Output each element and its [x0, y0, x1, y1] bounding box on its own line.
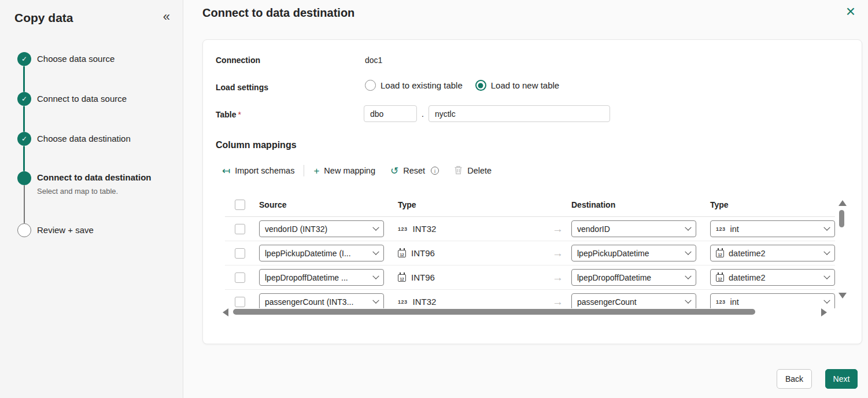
sidebar-step-review-save[interactable]: Review + save	[37, 225, 94, 235]
mapping-row: passengerCount (INT3... INT32 → passenge…	[225, 290, 835, 308]
radio-label: Load to existing table	[381, 80, 463, 90]
sidebar-step-connect-data-source[interactable]: Connect to data source	[37, 94, 127, 104]
chevron-down-icon	[685, 224, 691, 230]
source-type-cell: INT96	[398, 248, 544, 258]
load-existing-table-option[interactable]: Load to existing table	[365, 80, 463, 91]
copy-data-wizard: Copy data « ✓ Choose data source ✓ Conne…	[0, 0, 868, 398]
scroll-left-arrow[interactable]	[223, 308, 228, 316]
scroll-right-arrow[interactable]	[821, 308, 827, 316]
sidebar-step-connect-data-destination[interactable]: Connect to data destination	[37, 172, 152, 182]
reset-label: Reset	[403, 166, 425, 175]
load-settings-radio-group: Load to existing table Load to new table	[365, 80, 559, 91]
sidebar: Copy data « ✓ Choose data source ✓ Conne…	[0, 0, 183, 398]
step-completed-icon: ✓	[17, 132, 31, 146]
scroll-down-arrow[interactable]	[839, 293, 847, 298]
check-icon: ✓	[21, 95, 27, 103]
column-mappings-title: Column mappings	[216, 140, 297, 150]
step-completed-icon: ✓	[17, 92, 31, 106]
datetime-type-icon	[716, 274, 724, 282]
horizontal-scrollbar-thumb[interactable]	[233, 309, 755, 315]
row-checkbox[interactable]	[235, 297, 245, 307]
scroll-up-arrow[interactable]	[839, 200, 847, 206]
plus-icon: +	[313, 166, 319, 176]
import-schemas-label: Import schemas	[235, 166, 294, 175]
destination-column-dropdown[interactable]: lpepDropoffDatetime	[571, 269, 696, 286]
source-column-dropdown[interactable]: vendorID (INT32)	[259, 220, 384, 237]
step-upcoming-icon	[17, 223, 31, 237]
source-type-cell: INT32	[398, 224, 544, 234]
table-name-input[interactable]	[429, 105, 610, 122]
info-icon[interactable]: i	[431, 167, 439, 175]
connection-value: doc1	[365, 56, 382, 65]
page-title: Connect to data destination	[202, 6, 354, 20]
step-description: Select and map to table.	[37, 187, 118, 196]
vertical-scrollbar-thumb[interactable]	[839, 210, 844, 227]
reset-button[interactable]: ↺ Reset i	[390, 166, 439, 176]
sidebar-step-choose-data-source[interactable]: Choose data source	[37, 54, 114, 64]
step-connector	[23, 146, 25, 171]
select-all-checkbox[interactable]	[235, 200, 245, 210]
chevron-down-icon	[685, 248, 691, 255]
destination-type-dropdown[interactable]: int	[710, 220, 835, 237]
chevron-down-icon	[685, 272, 691, 279]
mapping-row: lpepPickupDatetime (I... INT96 → lpepPic…	[225, 241, 835, 266]
close-button[interactable]: ×	[846, 3, 855, 20]
schema-name-input[interactable]	[364, 105, 417, 122]
numeric-type-icon	[398, 299, 408, 305]
radio-label: Load to new table	[491, 80, 559, 90]
row-checkbox[interactable]	[235, 224, 245, 234]
connection-label: Connection	[216, 56, 260, 65]
destination-type-dropdown[interactable]: datetime2	[710, 269, 835, 286]
wizard-footer: Back Next	[777, 369, 858, 389]
destination-column-dropdown[interactable]: passengerCount	[571, 293, 696, 308]
destination-type-column-header: Type	[710, 200, 835, 209]
arrow-right-icon: →	[544, 247, 571, 260]
load-new-table-option[interactable]: Load to new table	[475, 80, 559, 91]
datetime-type-icon	[398, 274, 406, 282]
next-button[interactable]: Next	[825, 369, 858, 389]
row-checkbox[interactable]	[235, 248, 245, 259]
arrow-right-icon: →	[544, 271, 571, 284]
destination-column-dropdown[interactable]: lpepPickupDatetime	[571, 245, 696, 261]
chevron-down-icon	[372, 248, 379, 255]
row-checkbox[interactable]	[235, 272, 245, 283]
radio-selected-icon	[475, 80, 486, 91]
chevron-down-icon	[372, 272, 379, 279]
numeric-type-icon	[716, 226, 726, 232]
destination-column-dropdown[interactable]: vendorID	[571, 220, 696, 237]
source-type-column-header: Type	[398, 200, 544, 209]
chevron-down-icon	[372, 297, 379, 303]
source-column-dropdown[interactable]: lpepPickupDatetime (I...	[259, 245, 384, 261]
destination-type-dropdown[interactable]: datetime2	[710, 245, 835, 261]
main-content: Connect to data destination × Connection…	[184, 0, 868, 398]
table-label: Table*	[216, 110, 241, 119]
table-name-fields: .	[364, 105, 610, 122]
sidebar-step-choose-data-destination[interactable]: Choose data destination	[37, 134, 131, 143]
source-column-dropdown[interactable]: lpepDropoffDatetime ...	[259, 269, 384, 286]
step-connector	[23, 106, 25, 132]
column-mappings-toolbar: ↤ Import schemas + New mapping ↺ Reset i	[222, 163, 492, 179]
reset-undo-icon: ↺	[390, 166, 398, 176]
destination-type-dropdown[interactable]: int	[710, 293, 835, 308]
chevron-down-icon	[372, 224, 379, 230]
back-button[interactable]: Back	[777, 369, 812, 389]
new-mapping-button[interactable]: + New mapping	[313, 166, 375, 176]
schema-table-separator: .	[422, 109, 424, 119]
radio-unselected-icon	[365, 80, 376, 91]
source-column-dropdown[interactable]: passengerCount (INT3...	[259, 293, 384, 308]
collapse-sidebar-button[interactable]: «	[163, 10, 170, 23]
chevron-down-icon	[685, 297, 691, 303]
numeric-type-icon	[398, 226, 408, 232]
trash-icon	[454, 165, 463, 176]
import-schemas-button[interactable]: ↤ Import schemas	[222, 166, 294, 176]
double-chevron-left-icon: «	[163, 9, 170, 24]
mapping-row: vendorID (INT32) INT32 → vendorID int	[225, 217, 835, 241]
grid-header-row: Source Type Destination Type	[225, 193, 835, 217]
arrow-right-icon: →	[544, 223, 571, 235]
source-column-header: Source	[259, 200, 398, 209]
step-connector	[23, 66, 25, 92]
delete-button[interactable]: Delete	[454, 165, 492, 176]
arrow-right-icon: →	[544, 296, 571, 308]
chevron-down-icon	[823, 224, 830, 230]
chevron-down-icon	[823, 297, 830, 303]
